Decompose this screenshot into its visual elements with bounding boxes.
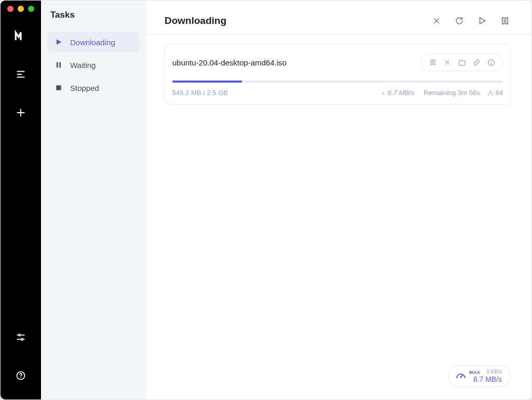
preferences-button[interactable]: [9, 326, 32, 349]
pause-outline-icon: [500, 16, 510, 25]
download-speed: 8.7 MB/s: [473, 375, 502, 383]
window-maximize-button[interactable]: [28, 6, 34, 12]
tasks-panel: Tasks Downloading Waiting Stopped: [41, 1, 146, 399]
list-icon: [15, 69, 26, 80]
svg-point-28: [490, 90, 491, 91]
download-arrow-icon: [380, 90, 386, 96]
svg-rect-20: [431, 60, 432, 64]
svg-line-34: [461, 375, 463, 377]
upload-speed: 0 KB/s: [487, 369, 502, 375]
task-speed: 8.7 MB/s: [380, 89, 414, 97]
sidebar-item-label: Stopped: [70, 84, 99, 92]
sliders-icon: [16, 332, 26, 342]
motrix-logo-icon: [14, 29, 28, 43]
pause-icon: [54, 61, 63, 69]
connections-icon: [487, 90, 494, 96]
sidebar-item-label: Downloading: [70, 38, 115, 47]
sidebar-item-downloading[interactable]: Downloading: [47, 32, 140, 52]
main-header: Downloading: [146, 1, 531, 34]
svg-line-31: [489, 91, 490, 94]
task-connections: 64: [487, 89, 503, 97]
plus-icon: [15, 107, 26, 118]
close-icon: [444, 59, 451, 66]
info-icon: [487, 59, 495, 66]
svg-line-32: [490, 91, 492, 94]
svg-point-29: [488, 94, 489, 95]
svg-rect-19: [506, 18, 508, 24]
task-filename: ubuntu-20.04-desktop-amd64.iso: [172, 58, 287, 67]
svg-point-6: [19, 334, 21, 336]
svg-rect-13: [59, 62, 61, 68]
nav-rail: [1, 1, 41, 399]
svg-point-30: [492, 94, 493, 95]
app-window: Tasks Downloading Waiting Stopped Downlo…: [0, 0, 532, 400]
svg-rect-18: [502, 18, 504, 24]
svg-point-26: [490, 61, 491, 61]
main-area: Downloading ubuntu-20.04-desktop-: [146, 1, 531, 399]
stop-icon: [54, 84, 63, 92]
page-toolbar: [431, 15, 511, 26]
task-copy-link-button[interactable]: [470, 56, 483, 69]
link-icon: [473, 59, 481, 66]
sidebar-item-label: Waiting: [70, 61, 96, 70]
task-list: ubuntu-20.04-desktop-amd64.iso: [146, 44, 531, 104]
svg-marker-11: [57, 39, 61, 45]
task-action-bar: [421, 54, 503, 71]
pause-icon: [429, 59, 436, 66]
global-speed-pill[interactable]: MAX 0 KB/s 8.7 MB/s: [448, 365, 511, 387]
task-size: 545.2 MB / 2.5 GB: [172, 89, 380, 97]
folder-icon: [458, 59, 466, 66]
refresh-button[interactable]: [454, 15, 465, 26]
task-card[interactable]: ubuntu-20.04-desktop-amd64.iso: [165, 44, 511, 104]
task-pause-button[interactable]: [427, 56, 439, 69]
nav-tasks-button[interactable]: [9, 63, 32, 86]
svg-marker-17: [480, 18, 486, 24]
page-title: Downloading: [165, 15, 226, 26]
svg-rect-21: [433, 60, 435, 64]
task-delete-button[interactable]: [441, 56, 454, 69]
task-speed-value: 8.7 MB/s: [388, 89, 414, 97]
task-open-folder-button[interactable]: [456, 56, 468, 69]
play-outline-icon: [478, 16, 487, 25]
app-logo[interactable]: [9, 24, 32, 47]
task-progress-track: [172, 81, 503, 83]
help-button[interactable]: [9, 364, 32, 387]
window-minimize-button[interactable]: [18, 6, 24, 12]
tasks-panel-title: Tasks: [50, 10, 137, 20]
task-stats: 545.2 MB / 2.5 GB 8.7 MB/s Remaining 3m …: [172, 89, 503, 97]
task-progress-bar: [172, 81, 242, 83]
window-close-button[interactable]: [7, 6, 13, 12]
close-icon: [432, 17, 441, 25]
refresh-icon: [455, 16, 464, 25]
play-icon: [54, 38, 63, 46]
task-card-header: ubuntu-20.04-desktop-amd64.iso: [172, 54, 503, 71]
window-controls: [7, 6, 34, 12]
add-task-button[interactable]: [9, 101, 32, 124]
svg-rect-12: [57, 62, 58, 68]
pause-all-button[interactable]: [499, 15, 511, 26]
speed-max-label: MAX: [469, 370, 481, 375]
svg-point-8: [21, 338, 23, 340]
gauge-icon: [454, 369, 468, 383]
svg-point-10: [20, 377, 21, 378]
sidebar-item-stopped[interactable]: Stopped: [47, 77, 140, 98]
help-icon: [16, 370, 26, 381]
delete-all-button[interactable]: [431, 15, 442, 26]
task-connections-value: 64: [496, 89, 503, 97]
sidebar-item-waiting[interactable]: Waiting: [47, 55, 140, 75]
svg-rect-14: [56, 85, 61, 90]
task-remaining: Remaining 3m 56s: [424, 89, 480, 97]
task-info-button[interactable]: [485, 56, 497, 69]
resume-all-button[interactable]: [476, 15, 488, 26]
